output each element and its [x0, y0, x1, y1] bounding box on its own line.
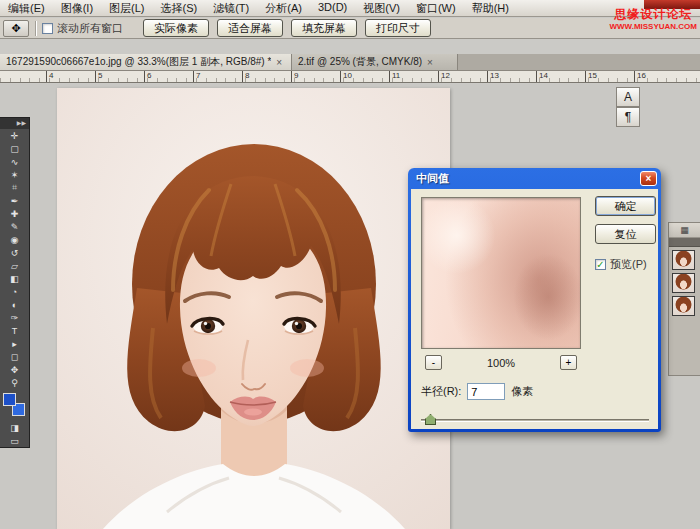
- document-tab[interactable]: 2.tif @ 25% (背景, CMYK/8) ×: [292, 54, 458, 70]
- ruler-number: 12: [438, 71, 487, 82]
- tab-close-icon[interactable]: ×: [275, 57, 283, 68]
- ruler-number: 4: [46, 71, 95, 82]
- quick-mask-button[interactable]: ◨: [0, 421, 29, 434]
- tool-glyph: ◉: [11, 235, 19, 245]
- photoshop-window: 编辑(E)图像(I)图层(L)选择(S)滤镜(T)分析(A)3D(D)视图(V)…: [0, 0, 700, 529]
- watermark: 思缘设计论坛 WWW.MISSYUAN.COM: [609, 8, 697, 31]
- watermark-title: 思缘设计论坛: [609, 8, 697, 22]
- layers-panel: [669, 247, 700, 319]
- options-bar: ✥ 滚动所有窗口 实际像素适合屏幕填充屏幕打印尺寸: [0, 18, 700, 39]
- layer-thumbnail[interactable]: [672, 296, 695, 316]
- screen-mode-button[interactable]: ▭: [0, 434, 29, 447]
- panel-icon: A: [624, 90, 632, 104]
- hand-tool[interactable]: ✥: [0, 363, 29, 376]
- lasso-tool[interactable]: ∿: [0, 155, 29, 168]
- slider-track[interactable]: [421, 419, 649, 422]
- dodge-tool[interactable]: ◐: [0, 298, 29, 311]
- check-icon: ✓: [596, 260, 604, 269]
- tool-glyph: ◧: [10, 274, 19, 284]
- ruler-number: 9: [291, 71, 340, 82]
- tab-close-icon[interactable]: ×: [426, 57, 434, 68]
- marquee-tool[interactable]: ▢: [0, 142, 29, 155]
- menu-item[interactable]: 选择(S): [153, 0, 206, 17]
- tool-glyph: ▸: [12, 339, 17, 349]
- menu-item[interactable]: 窗口(W): [408, 0, 464, 17]
- close-icon[interactable]: ×: [640, 171, 657, 186]
- radius-unit: 像素: [511, 384, 533, 399]
- brush-tool[interactable]: ✎: [0, 220, 29, 233]
- filter-preview[interactable]: [421, 197, 581, 349]
- menu-item[interactable]: 视图(V): [355, 0, 408, 17]
- tools-panel: ▶▶ ✛ ▢ ∿ ✶ ⌗ ✒ ✚ ✎ ◉ ↺ ▱: [0, 117, 30, 448]
- gradient-tool[interactable]: ◧: [0, 272, 29, 285]
- tool-glyph: T: [12, 326, 18, 336]
- blur-tool[interactable]: ◔: [0, 285, 29, 298]
- radius-input[interactable]: [467, 383, 505, 400]
- crop-tool[interactable]: ⌗: [0, 181, 29, 194]
- menu-bar: 编辑(E)图像(I)图层(L)选择(S)滤镜(T)分析(A)3D(D)视图(V)…: [0, 0, 700, 17]
- checkbox-box[interactable]: [42, 23, 53, 34]
- options-button[interactable]: 适合屏幕: [217, 19, 283, 37]
- slider-handle[interactable]: [425, 414, 436, 425]
- tool-glyph: ◨: [10, 423, 19, 433]
- menu-item[interactable]: 滤镜(T): [205, 0, 257, 17]
- tool-glyph: ▢: [10, 144, 19, 154]
- options-button[interactable]: 打印尺寸: [365, 19, 431, 37]
- layer-thumbnail[interactable]: [672, 250, 695, 270]
- paragraph-panel-button[interactable]: ¶: [616, 107, 640, 127]
- pen-tool[interactable]: ✑: [0, 311, 29, 324]
- dialog-body: - 100% + 确定 复位 ✓ 预览(P) 半径(R): 像素: [411, 189, 658, 429]
- zoom-level: 100%: [451, 357, 551, 369]
- character-panel-button[interactable]: A: [616, 87, 640, 107]
- preview-checkbox[interactable]: ✓ 预览(P): [595, 257, 647, 272]
- type-tool[interactable]: T: [0, 324, 29, 337]
- menu-item[interactable]: 编辑(E): [0, 0, 53, 17]
- panel-collapse-arrows[interactable]: ▶▶: [0, 118, 29, 129]
- ruler-number: 6: [144, 71, 193, 82]
- checkbox-box[interactable]: ✓: [595, 259, 606, 270]
- hand-tool-icon[interactable]: ✥: [3, 20, 29, 37]
- ruler-number: 5: [95, 71, 144, 82]
- foreground-color-swatch[interactable]: [3, 393, 16, 406]
- document-tab-active[interactable]: 167291590c06667e1o.jpg @ 33.3%(图层 1 副本, …: [0, 54, 292, 70]
- healing-brush-tool[interactable]: ✚: [0, 207, 29, 220]
- menu-item[interactable]: 3D(D): [310, 0, 355, 17]
- menu-item[interactable]: 分析(A): [257, 0, 310, 17]
- ruler-number: 15: [585, 71, 634, 82]
- tool-glyph: ◻: [11, 352, 18, 362]
- panel-dock: ▦: [668, 222, 700, 376]
- tool-glyph: ✒: [11, 196, 19, 206]
- path-selection-tool[interactable]: ▸: [0, 337, 29, 350]
- scroll-all-windows-checkbox[interactable]: 滚动所有窗口: [42, 21, 123, 36]
- eraser-tool[interactable]: ▱: [0, 259, 29, 272]
- dock-panel-icon[interactable]: ▦: [669, 223, 700, 238]
- tool-glyph: ✥: [11, 365, 19, 375]
- zoom-out-button[interactable]: -: [425, 355, 442, 370]
- portrait-photo[interactable]: [57, 88, 450, 529]
- ruler-number: 7: [193, 71, 242, 82]
- dialog-title-bar[interactable]: 中间值 ×: [411, 168, 658, 189]
- ok-button[interactable]: 确定: [595, 196, 656, 216]
- menu-item[interactable]: 图像(I): [53, 0, 101, 17]
- zoom-in-button[interactable]: +: [560, 355, 577, 370]
- menu-item[interactable]: 图层(L): [101, 0, 152, 17]
- menu-item[interactable]: 帮助(H): [464, 0, 517, 17]
- ruler-number: 14: [536, 71, 585, 82]
- zoom-tool[interactable]: ⚲: [0, 376, 29, 389]
- ruler-number: 8: [242, 71, 291, 82]
- options-button[interactable]: 填充屏幕: [291, 19, 357, 37]
- history-brush-tool[interactable]: ↺: [0, 246, 29, 259]
- shape-tool[interactable]: ◻: [0, 350, 29, 363]
- radius-label: 半径(R):: [421, 384, 461, 399]
- dock-divider: [669, 238, 700, 247]
- color-swatches[interactable]: [0, 391, 29, 419]
- layer-thumbnail[interactable]: [672, 273, 695, 293]
- reset-button[interactable]: 复位: [595, 224, 656, 244]
- panel-icon: ¶: [625, 110, 631, 124]
- quick-selection-tool[interactable]: ✶: [0, 168, 29, 181]
- move-tool[interactable]: ✛: [0, 129, 29, 142]
- eyedropper-tool[interactable]: ✒: [0, 194, 29, 207]
- clone-stamp-tool[interactable]: ◉: [0, 233, 29, 246]
- radius-slider[interactable]: [421, 413, 649, 426]
- options-button[interactable]: 实际像素: [143, 19, 209, 37]
